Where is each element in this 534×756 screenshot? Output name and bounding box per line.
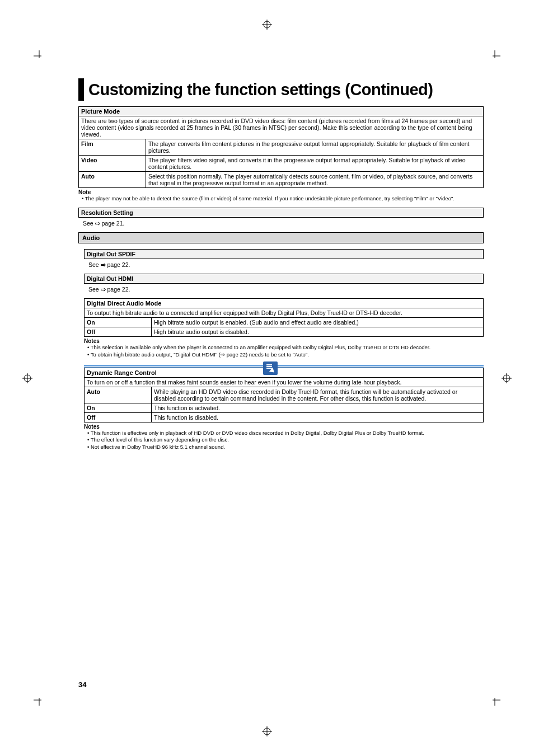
registration-top [262,20,272,30]
note-heading: Notes [84,424,484,430]
resolution-header: Resolution Setting [78,208,484,218]
registration-left [22,373,32,383]
resolution-see: See ⇨ page 21. [83,220,484,227]
spdif-header: Digital Out SPDIF [84,249,484,259]
note-item: This function is effective only in playb… [87,430,484,436]
ddam-description: To output high bitrate audio to a connec… [85,308,484,318]
title-accent-bar [78,78,84,101]
spdif-see: See ⇨ page 22. [88,261,484,268]
registration-bottom [262,726,272,736]
drc-description: To turn on or off a function that makes … [85,378,484,387]
page-title: Customizing the function settings (Conti… [88,81,433,99]
picture-mode-description: There are two types of source content in… [79,116,484,139]
option-text: High bitrate audio output is enabled. (S… [152,318,484,327]
option-label: Auto [85,387,152,403]
option-label: Film [79,139,146,156]
crop-mark-bottom-right [489,694,500,706]
picture-mode-header: Picture Mode [79,107,484,116]
note-heading: Note [78,189,484,195]
note-heading: Notes [84,338,484,344]
option-text: This function is activated. [152,403,484,413]
option-text: This function is disabled. [152,413,484,422]
note-item: This selection is available only when th… [87,344,484,351]
option-label: Video [79,156,146,172]
note-icon [263,361,278,375]
hdmi-see: See ⇨ page 22. [88,286,484,293]
registration-right [502,373,512,383]
option-text: Select this position normally. The playe… [146,172,484,188]
drc-header: Dynamic Range Control [85,368,484,378]
hdmi-header: Digital Out HDMI [84,274,484,284]
option-text: The player filters video signal, and con… [146,156,484,172]
note-item: The effect level of this function vary d… [87,436,484,443]
note-item: The player may not be able to detect the… [82,195,484,202]
drc-stripe [84,365,484,366]
crop-mark-bottom-left [34,694,45,706]
option-text: High bitrate audio output is disabled. [152,327,484,337]
note-item: To obtain high bitrate audio output, "Di… [87,351,484,358]
option-label: On [85,403,152,413]
crop-mark-top-right [489,50,500,62]
option-text: While playing an HD DVD video disc recor… [152,387,484,403]
option-label: Off [85,327,152,337]
option-label: Off [85,413,152,422]
option-label: Auto [79,172,146,188]
audio-category: Audio [78,232,484,243]
crop-mark-top-left [34,50,45,62]
option-label: On [85,318,152,327]
ddam-header: Digital Direct Audio Mode [85,299,484,308]
page-number: 34 [78,680,86,689]
note-item: Not effective in Dolby TrueHD 96 kHz 5.1… [87,444,484,450]
option-text: The player converts film content picture… [146,139,484,156]
